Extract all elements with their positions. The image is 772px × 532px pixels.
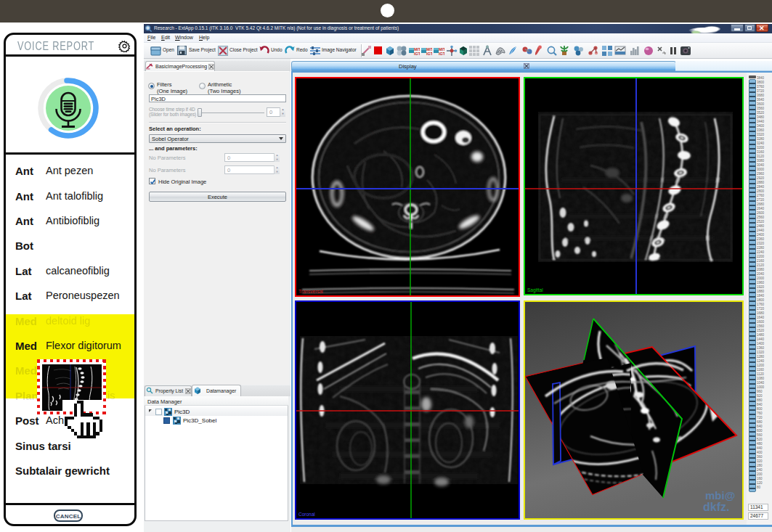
svg-text:mbi: mbi: [146, 67, 150, 70]
svg-text:Coronal: Coronal: [298, 512, 315, 517]
svg-text:IGT: IGT: [426, 52, 432, 56]
svg-text:mbi@: mbi@: [705, 489, 735, 502]
svg-text:dkfz.: dkfz.: [703, 501, 729, 513]
svg-text:Transversal: Transversal: [298, 289, 323, 294]
svg-text:IGT: IGT: [439, 52, 444, 56]
svg-text:IGT: IGT: [414, 52, 420, 56]
svg-text:Sagittal: Sagittal: [527, 287, 543, 293]
